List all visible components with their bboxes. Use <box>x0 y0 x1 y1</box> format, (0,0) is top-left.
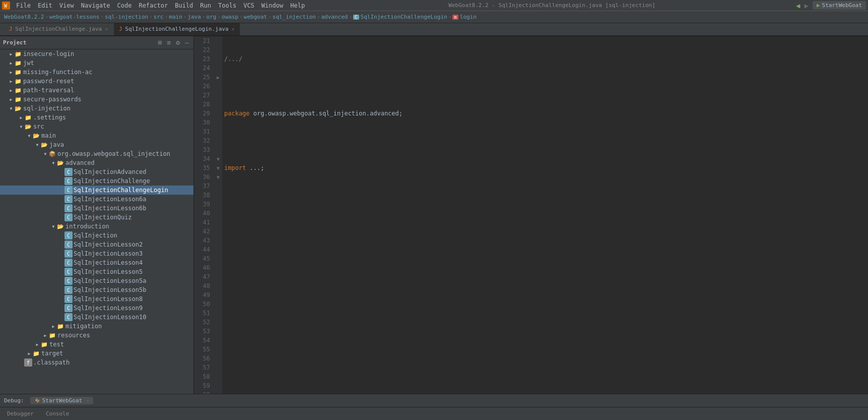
tree-item-src[interactable]: ▼ 📂 src <box>0 122 193 131</box>
tree-item-mitigation[interactable]: ▶ 📁 mitigation <box>0 322 193 331</box>
tree-item-sqlinj-challenge[interactable]: C SqlInjectionChallenge <box>0 176 193 186</box>
tree-label: .classpath <box>33 359 70 366</box>
tree-item-jwt[interactable]: ▶ 📁 jwt <box>0 58 193 68</box>
breadcrumb-webgoat2[interactable]: webgoat <box>244 14 267 20</box>
status-bottom-tab-console[interactable]: Console <box>43 409 72 418</box>
tab-sqlinj-challenge[interactable]: J SqlInjectionChallenge.java ✕ <box>4 23 113 35</box>
breadcrumb-owasp[interactable]: owasp <box>222 14 238 20</box>
breadcrumb-class[interactable]: SqlInjectionChallengeLogin <box>361 14 447 20</box>
sidebar-collapse-icon[interactable]: ≡ <box>166 38 173 47</box>
code-content[interactable]: /.../ package org.owasp.webgoat.sql_inje… <box>222 36 868 394</box>
tree-label: path-traversal <box>23 87 74 94</box>
startwebgoat-tab[interactable]: 🐐 StartWebGoat ✕ <box>30 397 94 404</box>
tab-close-2[interactable]: ✕ <box>232 26 235 32</box>
tree-item-sqlinj-lesson6a[interactable]: C SqlInjectionLesson6a <box>0 195 193 204</box>
tree-item-sqlinj-advanced[interactable]: C SqlInjectionAdvanced <box>0 167 193 176</box>
tree-item-resources[interactable]: ▶ 📁 resources <box>0 331 193 340</box>
tree-item-sqlinj-lesson6b[interactable]: C SqlInjectionLesson6b <box>0 204 193 213</box>
tree-item-sqlinj-challengelogin[interactable]: C SqlInjectionChallengeLogin <box>0 186 193 195</box>
tree-label: SqlInjectionLesson5 <box>74 268 143 275</box>
breadcrumb-src[interactable]: src <box>154 14 164 20</box>
sidebar-toolbar: Project ⊞ ≡ ⚙ — <box>0 36 193 49</box>
tree-item-sql-injection[interactable]: ▼ 📂 sql-injection <box>0 104 193 113</box>
tree-item-sqlinj-lesson9[interactable]: C SqlInjectionLesson9 <box>0 304 193 313</box>
code-line-31 <box>224 327 866 336</box>
tree-item-sqlinj-lesson4[interactable]: C SqlInjectionLesson4 <box>0 258 193 267</box>
menu-build[interactable]: Build <box>172 1 196 10</box>
tab-label-2: SqlInjectionChallengeLogin.java <box>125 26 228 32</box>
code-line-32 <box>224 354 866 363</box>
menu-run[interactable]: Run <box>197 1 214 10</box>
menu-help[interactable]: Help <box>287 1 308 10</box>
nav-back-icon[interactable]: ◀ <box>796 2 800 10</box>
tree-item-introduction[interactable]: ▼ 📂 introduction <box>0 222 193 231</box>
tab-bar: J SqlInjectionChallenge.java ✕ J SqlInje… <box>0 23 868 36</box>
menu-vcs[interactable]: VCS <box>240 1 257 10</box>
tree-item-sqlinj-lesson3[interactable]: C SqlInjectionLesson3 <box>0 249 193 258</box>
breadcrumb-lessons[interactable]: webgoat-lessons <box>49 14 99 20</box>
menu-view[interactable]: View <box>56 1 77 10</box>
tree-item-test[interactable]: ▶ 📁 test <box>0 340 193 349</box>
tree-item-target[interactable]: ▶ 📁 target <box>0 349 193 358</box>
menu-tools[interactable]: Tools <box>215 1 239 10</box>
tree-item-package[interactable]: ▼ 📦 org.owasp.webgoat.sql_injection <box>0 149 193 158</box>
startwebgoat-label: StartWebGoat <box>42 397 82 404</box>
breadcrumb-sql-injection2[interactable]: sql_injection <box>273 14 316 20</box>
breadcrumb-webgoat[interactable]: WebGoat8.2.2 <box>4 14 44 20</box>
breadcrumb-sql-injection[interactable]: sql-injection <box>105 14 148 20</box>
menu-navigate[interactable]: Navigate <box>78 1 113 10</box>
sidebar-settings-icon[interactable]: ⚙ <box>174 38 181 47</box>
arrow-icon: ▶ <box>8 69 14 75</box>
java-class-icon: C <box>64 259 73 267</box>
code-view[interactable]: 21 22 23 24 25 26 27 28 29 30 31 32 33 3… <box>194 36 868 394</box>
tree-label-mitigation: mitigation <box>65 323 102 330</box>
tree-item-sqlinj-lesson5[interactable]: C SqlInjectionLesson5 <box>0 267 193 276</box>
breadcrumb-method[interactable]: login <box>460 14 477 20</box>
tree-item-sqlinj-lesson5a[interactable]: C SqlInjectionLesson5a <box>0 276 193 285</box>
arrow-leaf <box>58 251 64 257</box>
tree-item-password-reset[interactable]: ▶ 📁 password-reset <box>0 77 193 86</box>
tree-label: SqlInjectionLesson9 <box>74 305 143 312</box>
arrow-leaf <box>58 269 64 275</box>
sidebar-minimize-icon[interactable]: — <box>183 38 190 47</box>
tree-label: SqlInjectionQuiz <box>74 214 132 221</box>
tab-java-icon-2: J <box>119 26 122 32</box>
tree-item-sqlinj-lesson8[interactable]: C SqlInjectionLesson8 <box>0 294 193 304</box>
tree-item-java[interactable]: ▼ 📂 java <box>0 140 193 149</box>
tab-close-1[interactable]: ✕ <box>105 26 108 32</box>
tree-item-sqlinj[interactable]: C SqlInjection <box>0 231 193 240</box>
tree-item-settings[interactable]: ▶ 📁 .settings <box>0 113 193 122</box>
tree-item-advanced[interactable]: ▼ 📂 advanced <box>0 158 193 167</box>
tree-item-secure-passwords[interactable]: ▶ 📁 secure-passwords <box>0 95 193 104</box>
tree-item-sqlinj-quiz[interactable]: C SqlInjectionQuiz <box>0 213 193 222</box>
menu-window[interactable]: Window <box>258 1 286 10</box>
tree-item-sqlinj-lesson5b[interactable]: C SqlInjectionLesson5b <box>0 285 193 294</box>
menu-file[interactable]: File <box>13 1 34 10</box>
run-widget[interactable]: ▶ StartWebGoat <box>813 1 866 10</box>
tree-item-classpath[interactable]: f .classpath <box>0 358 193 367</box>
breadcrumb-java[interactable]: java <box>187 14 201 20</box>
sidebar-layout-icon[interactable]: ⊞ <box>157 38 164 47</box>
java-class-icon: C <box>64 304 73 312</box>
status-bottom-tab-debugger[interactable]: Debugger <box>4 409 37 418</box>
tree-item-main[interactable]: ▼ 📂 main <box>0 131 193 140</box>
tree-item-sqlinj-lesson10[interactable]: C SqlInjectionLesson10 <box>0 313 193 322</box>
tree-item-sqlinj-lesson2[interactable]: C SqlInjectionLesson2 <box>0 240 193 249</box>
menu-refactor[interactable]: Refactor <box>136 1 171 10</box>
tab-close-bottom[interactable]: ✕ <box>86 398 89 403</box>
tree-label: SqlInjectionLesson3 <box>74 250 143 257</box>
tab-sqlinj-challengelogin[interactable]: J SqlInjectionChallengeLogin.java ✕ <box>114 23 239 35</box>
nav-forward-icon[interactable]: ▶ <box>804 2 808 10</box>
breadcrumb-main[interactable]: main <box>169 14 182 20</box>
tree-label: test <box>49 341 64 348</box>
breadcrumb-org[interactable]: org <box>207 14 217 20</box>
breadcrumb-advanced[interactable]: advanced <box>321 14 348 20</box>
arrow-icon: ▶ <box>8 78 14 84</box>
menu-code[interactable]: Code <box>114 1 135 10</box>
menu-edit[interactable]: Edit <box>35 1 55 10</box>
arrow-icon: ▶ <box>34 341 40 347</box>
tree-label: SqlInjectionLesson5b <box>74 286 147 293</box>
tree-item-insecure-login[interactable]: ▶ 📁 insecure-login <box>0 49 193 58</box>
tree-item-path-traversal[interactable]: ▶ 📁 path-traversal <box>0 86 193 95</box>
tree-item-missing-function[interactable]: ▶ 📁 missing-function-ac <box>0 68 193 77</box>
